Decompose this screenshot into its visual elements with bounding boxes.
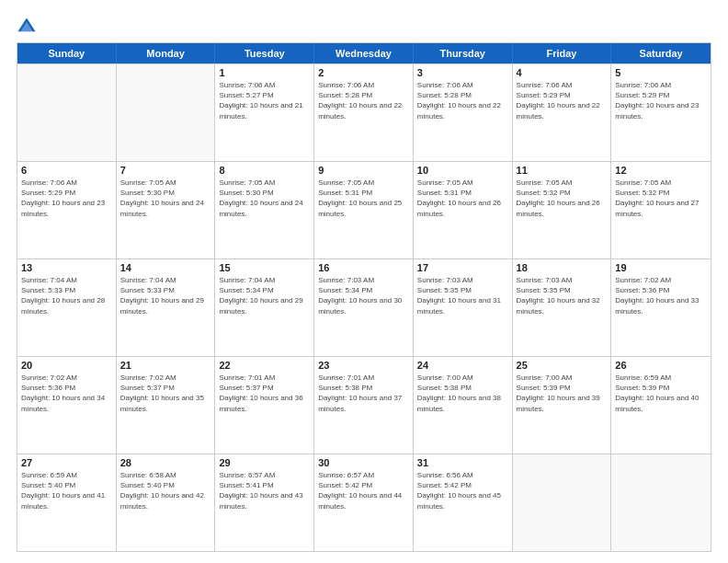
cell-info: Sunrise: 7:00 AM Sunset: 5:38 PM Dayligh… [417,373,508,414]
cell-info: Sunrise: 7:01 AM Sunset: 5:38 PM Dayligh… [318,373,409,414]
calendar-row-4: 20Sunrise: 7:02 AM Sunset: 5:36 PM Dayli… [17,356,711,454]
day-header-friday: Friday [513,43,612,63]
calendar-cell: 10Sunrise: 7:05 AM Sunset: 5:31 PM Dayli… [414,162,513,259]
day-header-saturday: Saturday [611,43,711,63]
cell-info: Sunrise: 6:59 AM Sunset: 5:40 PM Dayligh… [21,470,112,511]
calendar-cell: 27Sunrise: 6:59 AM Sunset: 5:40 PM Dayli… [17,454,117,551]
calendar-cell: 30Sunrise: 6:57 AM Sunset: 5:42 PM Dayli… [314,454,414,551]
cell-info: Sunrise: 7:04 AM Sunset: 5:34 PM Dayligh… [219,275,310,316]
calendar-cell: 4Sunrise: 7:06 AM Sunset: 5:29 PM Daylig… [513,64,612,161]
cell-info: Sunrise: 7:05 AM Sunset: 5:30 PM Dayligh… [120,178,211,219]
calendar-cell: 29Sunrise: 6:57 AM Sunset: 5:41 PM Dayli… [215,454,314,551]
calendar-cell: 13Sunrise: 7:04 AM Sunset: 5:33 PM Dayli… [17,259,117,356]
cell-info: Sunrise: 7:01 AM Sunset: 5:37 PM Dayligh… [219,373,310,414]
calendar-row-2: 6Sunrise: 7:06 AM Sunset: 5:29 PM Daylig… [17,161,711,259]
cell-info: Sunrise: 6:59 AM Sunset: 5:39 PM Dayligh… [615,373,707,414]
day-number: 21 [120,360,211,371]
calendar-cell: 2Sunrise: 7:06 AM Sunset: 5:28 PM Daylig… [314,64,414,161]
day-number: 16 [318,262,409,273]
calendar-cell: 22Sunrise: 7:01 AM Sunset: 5:37 PM Dayli… [215,357,314,454]
cell-info: Sunrise: 7:05 AM Sunset: 5:32 PM Dayligh… [615,178,707,219]
calendar-row-1: 1Sunrise: 7:06 AM Sunset: 5:27 PM Daylig… [17,63,711,161]
day-header-wednesday: Wednesday [314,43,414,63]
calendar-cell: 8Sunrise: 7:05 AM Sunset: 5:30 PM Daylig… [215,162,314,259]
cell-info: Sunrise: 7:04 AM Sunset: 5:33 PM Dayligh… [120,275,211,316]
calendar-cell [117,64,216,161]
day-number: 10 [417,165,508,176]
calendar-row-5: 27Sunrise: 6:59 AM Sunset: 5:40 PM Dayli… [17,454,711,551]
day-number: 20 [21,360,112,371]
calendar-cell: 19Sunrise: 7:02 AM Sunset: 5:36 PM Dayli… [611,259,711,356]
cell-info: Sunrise: 7:06 AM Sunset: 5:29 PM Dayligh… [517,80,608,121]
calendar-cell: 6Sunrise: 7:06 AM Sunset: 5:29 PM Daylig… [17,162,117,259]
calendar-cell: 20Sunrise: 7:02 AM Sunset: 5:36 PM Dayli… [17,357,117,454]
cell-info: Sunrise: 7:06 AM Sunset: 5:29 PM Dayligh… [615,80,707,121]
day-number: 9 [318,165,409,176]
calendar-cell: 5Sunrise: 7:06 AM Sunset: 5:29 PM Daylig… [611,64,711,161]
cell-info: Sunrise: 7:00 AM Sunset: 5:39 PM Dayligh… [517,373,608,414]
day-number: 8 [219,165,310,176]
calendar: SundayMondayTuesdayWednesdayThursdayFrid… [17,42,711,552]
day-number: 26 [615,360,707,371]
day-number: 4 [517,67,608,78]
cell-info: Sunrise: 7:03 AM Sunset: 5:34 PM Dayligh… [318,275,409,316]
calendar-cell: 17Sunrise: 7:03 AM Sunset: 5:35 PM Dayli… [414,259,513,356]
day-number: 23 [318,360,409,371]
cell-info: Sunrise: 7:05 AM Sunset: 5:31 PM Dayligh… [417,178,508,219]
day-number: 31 [417,457,508,468]
cell-info: Sunrise: 6:57 AM Sunset: 5:42 PM Dayligh… [318,470,409,511]
day-number: 1 [219,67,310,78]
day-number: 11 [517,165,608,176]
cell-info: Sunrise: 7:03 AM Sunset: 5:35 PM Dayligh… [517,275,608,316]
day-number: 3 [417,67,508,78]
day-number: 18 [517,262,608,273]
calendar-cell: 28Sunrise: 6:58 AM Sunset: 5:40 PM Dayli… [117,454,216,551]
day-number: 7 [120,165,211,176]
day-number: 30 [318,457,409,468]
calendar-cell: 26Sunrise: 6:59 AM Sunset: 5:39 PM Dayli… [611,357,711,454]
cell-info: Sunrise: 7:06 AM Sunset: 5:27 PM Dayligh… [219,80,310,121]
calendar-cell: 25Sunrise: 7:00 AM Sunset: 5:39 PM Dayli… [513,357,612,454]
calendar-cell: 9Sunrise: 7:05 AM Sunset: 5:31 PM Daylig… [314,162,414,259]
day-number: 24 [417,360,508,371]
cell-info: Sunrise: 7:02 AM Sunset: 5:36 PM Dayligh… [21,373,112,414]
calendar-cell: 1Sunrise: 7:06 AM Sunset: 5:27 PM Daylig… [215,64,314,161]
cell-info: Sunrise: 7:02 AM Sunset: 5:36 PM Dayligh… [615,275,707,316]
cell-info: Sunrise: 7:05 AM Sunset: 5:32 PM Dayligh… [517,178,608,219]
calendar-cell: 21Sunrise: 7:02 AM Sunset: 5:37 PM Dayli… [117,357,216,454]
calendar-row-3: 13Sunrise: 7:04 AM Sunset: 5:33 PM Dayli… [17,259,711,356]
header [17,17,711,37]
day-header-tuesday: Tuesday [215,43,314,63]
calendar-cell: 24Sunrise: 7:00 AM Sunset: 5:38 PM Dayli… [414,357,513,454]
cell-info: Sunrise: 6:57 AM Sunset: 5:41 PM Dayligh… [219,470,310,511]
day-number: 15 [219,262,310,273]
cell-info: Sunrise: 7:06 AM Sunset: 5:29 PM Dayligh… [21,178,112,219]
day-number: 22 [219,360,310,371]
calendar-cell: 31Sunrise: 6:56 AM Sunset: 5:42 PM Dayli… [414,454,513,551]
day-number: 6 [21,165,112,176]
calendar-cell: 15Sunrise: 7:04 AM Sunset: 5:34 PM Dayli… [215,259,314,356]
cell-info: Sunrise: 6:58 AM Sunset: 5:40 PM Dayligh… [120,470,211,511]
day-number: 25 [517,360,608,371]
logo [17,17,40,37]
calendar-cell: 11Sunrise: 7:05 AM Sunset: 5:32 PM Dayli… [513,162,612,259]
day-number: 14 [120,262,211,273]
day-number: 29 [219,457,310,468]
day-number: 27 [21,457,112,468]
calendar-cell: 14Sunrise: 7:04 AM Sunset: 5:33 PM Dayli… [117,259,216,356]
cell-info: Sunrise: 7:06 AM Sunset: 5:28 PM Dayligh… [417,80,508,121]
day-header-sunday: Sunday [17,43,117,63]
day-header-monday: Monday [117,43,216,63]
cell-info: Sunrise: 7:04 AM Sunset: 5:33 PM Dayligh… [21,275,112,316]
calendar-cell [611,454,711,551]
calendar-cell [513,454,612,551]
calendar-cell: 3Sunrise: 7:06 AM Sunset: 5:28 PM Daylig… [414,64,513,161]
cell-info: Sunrise: 7:05 AM Sunset: 5:30 PM Dayligh… [219,178,310,219]
calendar-cell: 12Sunrise: 7:05 AM Sunset: 5:32 PM Dayli… [611,162,711,259]
day-number: 17 [417,262,508,273]
logo-icon [17,17,37,37]
cell-info: Sunrise: 7:06 AM Sunset: 5:28 PM Dayligh… [318,80,409,121]
page: SundayMondayTuesdayWednesdayThursdayFrid… [0,0,728,563]
day-number: 13 [21,262,112,273]
cell-info: Sunrise: 7:03 AM Sunset: 5:35 PM Dayligh… [417,275,508,316]
